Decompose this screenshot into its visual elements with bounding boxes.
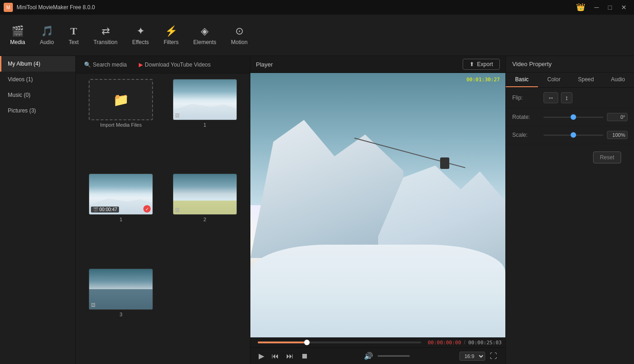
tab-color[interactable]: Color — [538, 73, 570, 87]
play-button[interactable]: ▶ — [256, 351, 267, 361]
fullscreen-button[interactable]: ⛶ — [487, 351, 500, 361]
toolbar-item-elements[interactable]: ◈ Elements — [187, 22, 223, 48]
stop-button[interactable]: ⏹ — [298, 351, 311, 361]
search-media-label: Search media — [93, 62, 127, 68]
pictures-label: Pictures (3) — [8, 107, 36, 114]
media-thumb-video: 🎬 00:00:47 ✓ — [89, 174, 153, 215]
scale-slider[interactable] — [543, 134, 603, 136]
prev-button[interactable]: ⏮ — [269, 351, 282, 361]
sidebar-item-music[interactable]: Music (0) — [0, 87, 75, 103]
import-thumb[interactable]: 📁 — [89, 79, 153, 120]
media-thumb-1: 🖼 — [173, 79, 237, 120]
media-panel: 🔍 Search media ▶ Download YouTube Videos… — [76, 56, 250, 364]
close-button[interactable]: ✕ — [617, 3, 630, 12]
image-type-icon: 🖼 — [175, 113, 180, 118]
import-media-item[interactable]: 📁 Import Media Files — [81, 79, 161, 169]
rotate-label: Rotate: — [512, 114, 540, 120]
tab-speed[interactable]: Speed — [570, 73, 602, 87]
media-thumb-2: 🖼 — [173, 174, 237, 215]
media-item-1[interactable]: 🖼 1 — [165, 79, 245, 169]
export-icon: ⬆ — [470, 61, 474, 67]
scale-value: 100% — [607, 131, 628, 139]
tab-audio[interactable]: Audio — [602, 73, 634, 87]
search-icon: 🔍 — [84, 62, 91, 68]
player-controls: ▶ ⏮ ⏭ ⏹ 🔊 16:9 4:3 1:1 9:16 ⛶ — [250, 347, 505, 364]
player-video-frame — [250, 73, 505, 337]
toolbar-label-media: Media — [10, 39, 25, 45]
media-label-3: 3 — [119, 312, 122, 317]
restore-button[interactable]: □ — [605, 3, 616, 12]
media-item-2[interactable]: 🖼 2 — [165, 174, 245, 263]
volume-controls: 🔊 — [361, 351, 410, 361]
minimize-button[interactable]: ─ — [591, 3, 603, 12]
tab-basic[interactable]: Basic — [506, 73, 538, 87]
music-label: Music (0) — [8, 92, 30, 98]
progress-fill — [258, 342, 307, 343]
toolbar-item-effects[interactable]: ✦ Effects — [126, 22, 155, 48]
rotate-row: Rotate: 0° — [506, 108, 634, 126]
duration-value: 00:00:47 — [99, 207, 117, 212]
sidebar-item-pictures[interactable]: Pictures (3) — [0, 103, 75, 118]
left-panel: My Album (4) Videos (1) Music (0) Pictur… — [0, 56, 76, 364]
titlebar: M MiniTool MovieMaker Free 8.0.0 👑 ─ □ ✕ — [0, 0, 634, 15]
rotate-value: 0° — [607, 113, 628, 121]
flip-vertical-button[interactable]: ↕ — [561, 92, 572, 103]
snow-ground — [250, 245, 505, 337]
total-time: 00:00:25:03 — [468, 340, 502, 346]
toolbar-label-elements: Elements — [193, 39, 216, 45]
toolbar-item-motion[interactable]: ⊙ Motion — [225, 22, 254, 48]
view-controls: 16:9 4:3 1:1 9:16 ⛶ — [459, 351, 500, 361]
property-tabs: Basic Color Speed Audio — [506, 73, 634, 88]
progress-bar[interactable] — [258, 342, 421, 343]
video-icon-small: 🎬 — [93, 207, 98, 212]
progress-thumb — [304, 340, 310, 345]
transition-icon: ⇄ — [102, 25, 110, 37]
import-label: Import Media Files — [100, 122, 142, 128]
media-tabs: 🔍 Search media ▶ Download YouTube Videos — [76, 56, 250, 73]
reset-button[interactable]: Reset — [593, 151, 621, 163]
aspect-ratio-select[interactable]: 16:9 4:3 1:1 9:16 — [459, 352, 485, 361]
youtube-icon: ▶ — [139, 62, 143, 68]
rotate-slider[interactable] — [543, 117, 603, 118]
app-title: MiniTool MovieMaker Free 8.0.0 — [17, 4, 95, 11]
toolbar-item-text[interactable]: T Text — [62, 22, 85, 48]
media-grid: 📁 Import Media Files 🖼 1 — [76, 73, 250, 364]
volume-slider[interactable] — [378, 355, 410, 357]
toolbar-item-transition[interactable]: ⇄ Transition — [87, 22, 124, 48]
media-item-video[interactable]: 🎬 00:00:47 ✓ 1 — [81, 174, 161, 263]
reset-row: Reset — [506, 144, 634, 171]
toolbar-label-motion: Motion — [231, 39, 248, 45]
search-media-tab[interactable]: 🔍 Search media — [79, 60, 131, 70]
app-logo: M — [4, 3, 13, 12]
flip-label: Flip: — [512, 95, 540, 101]
player-view: 00:01:30:27 — [250, 73, 505, 337]
my-album-label: My Album (4) — [8, 61, 40, 67]
center-panel: Player ⬆ Export 00:01:30:27 — [250, 56, 505, 364]
media-thumb-3: 🖼 — [89, 269, 153, 310]
media-label-2: 2 — [204, 217, 206, 222]
right-panel: Video Property Basic Color Speed Audio F… — [505, 56, 634, 364]
toolbar-item-media[interactable]: 🎬 Media — [4, 22, 32, 48]
toolbar-item-filters[interactable]: ⚡ Filters — [157, 22, 185, 48]
image-type-icon-2: 🖼 — [175, 207, 180, 213]
volume-icon[interactable]: 🔊 — [361, 351, 376, 361]
download-youtube-tab[interactable]: ▶ Download YouTube Videos — [134, 60, 215, 70]
motion-icon: ⊙ — [235, 25, 243, 37]
player-title: Player — [256, 61, 273, 68]
player-header: Player ⬆ Export — [250, 56, 505, 73]
next-button[interactable]: ⏭ — [283, 351, 296, 361]
main-layout: My Album (4) Videos (1) Music (0) Pictur… — [0, 56, 634, 364]
media-icon: 🎬 — [11, 25, 24, 37]
toolbar-label-filters: Filters — [164, 39, 179, 45]
media-item-3[interactable]: 🖼 3 — [81, 269, 161, 358]
sidebar-item-videos[interactable]: Videos (1) — [0, 72, 75, 87]
sidebar-item-my-album[interactable]: My Album (4) — [0, 56, 75, 72]
flip-horizontal-button[interactable]: ↔ — [543, 92, 558, 103]
duration-badge: 🎬 00:00:47 — [91, 207, 119, 213]
progress-row: 00:00:00:00 / 00:00:25:03 — [250, 337, 505, 347]
export-button[interactable]: ⬆ Export — [463, 59, 500, 70]
toolbar-label-transition: Transition — [93, 39, 117, 45]
elements-icon: ◈ — [201, 25, 209, 37]
toolbar-item-audio[interactable]: 🎵 Audio — [34, 22, 61, 48]
scale-slider-wrap — [543, 134, 603, 136]
